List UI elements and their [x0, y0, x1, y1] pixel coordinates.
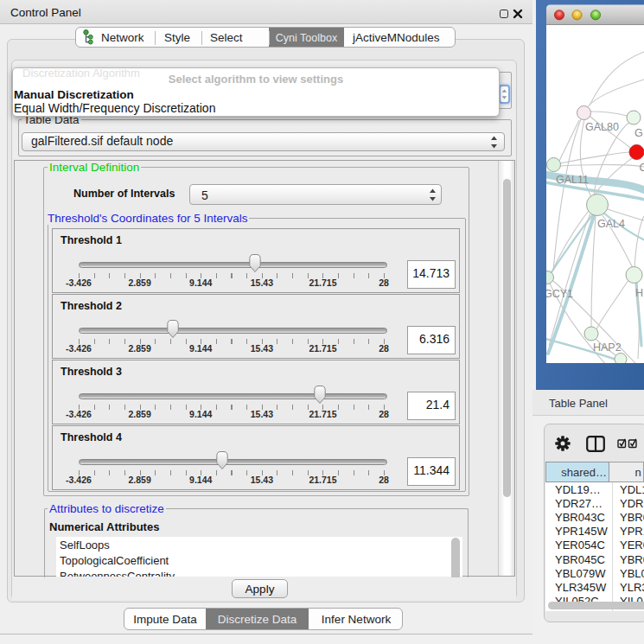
svg-text:C: C — [640, 162, 644, 174]
svg-text:GAL11: GAL11 — [556, 174, 589, 186]
svg-text:HAP2: HAP2 — [593, 341, 622, 354]
svg-text:H: H — [635, 287, 643, 299]
svg-text:G.: G. — [634, 127, 644, 139]
svg-text:GAL4: GAL4 — [597, 218, 625, 230]
svg-text:GCY1: GCY1 — [544, 288, 573, 300]
svg-text:GAL80: GAL80 — [585, 121, 619, 133]
